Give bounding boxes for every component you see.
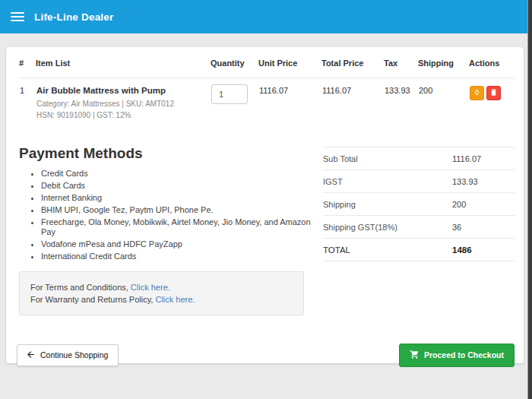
summary-row-shipping-gst: Shipping GST(18%) 36 [323,215,515,238]
list-item: Vodafone mPesa and HDFC PayZapp [41,239,323,249]
col-index: # [19,47,36,78]
quantity-input[interactable] [211,84,248,104]
list-item: Internet Banking [41,193,323,203]
terms-conditions-link[interactable]: Click here. [131,283,170,292]
list-item: International Credit Cards [41,252,323,261]
col-tax: Tax [384,47,418,78]
terms-box: For Terms and Conditions, Click here. Fo… [19,271,304,315]
order-summary: Sub Total 1116.07 IGST 133.93 Shipping 2… [323,147,515,264]
terms-line: For Terms and Conditions, Click here. [30,281,293,293]
row-index: 1 [19,78,36,122]
cart-table: # Item List Quantity Unit Price Total Pr… [19,47,515,122]
summary-row-subtotal: Sub Total 1116.07 [323,147,515,169]
list-item: Debit Cards [41,181,323,191]
col-total-price: Total Price [321,47,384,78]
app-header: Life-Line Dealer [0,0,532,33]
continue-shopping-button[interactable]: Continue Shopping [17,344,119,366]
total-price-value: 1116.07 [321,78,384,122]
app-title: Life-Line Dealer [34,11,113,23]
arrow-left-icon [26,350,36,361]
warranty-returns-link[interactable]: Click here. [155,295,195,304]
payment-methods-list: Credit Cards Debit Cards Internet Bankin… [19,169,323,261]
list-item: Freecharge, Ola Money, Mobikwik, Airtel … [41,217,323,237]
col-actions: Actions [469,47,515,78]
proceed-to-checkout-button[interactable]: Proceed to Checkout [399,344,515,367]
col-quantity: Quantity [211,47,258,78]
tax-value: 133.93 [384,78,418,122]
payment-methods-title: Payment Methods [19,145,323,162]
summary-row-total: TOTAL 1486 [323,238,515,261]
col-unit-price: Unit Price [258,47,321,78]
shipping-value: 200 [418,78,469,122]
item-hsn-gst: HSN: 90191090 | GST: 12% [36,109,210,121]
shopping-cart-icon [410,350,420,361]
summary-row-igst: IGST 133.93 [323,169,515,192]
window-edge [527,0,532,399]
col-item-list: Item List [36,47,211,78]
warranty-line: For Warranty and Returns Policy, Click h… [30,293,293,306]
unit-price-value: 1116.07 [258,78,321,122]
summary-row-shipping: Shipping 200 [323,192,515,215]
table-row: 1 Air Bubble Mattress with Pump Category… [19,78,515,122]
update-item-button[interactable] [470,86,484,100]
delete-item-button[interactable] [486,86,501,100]
item-category-sku: Category: Air Mattresses | SKU: AMT012 [36,98,210,109]
table-header-row: # Item List Quantity Unit Price Total Pr… [19,47,515,78]
payment-methods-section: Payment Methods Credit Cards Debit Cards… [19,145,323,264]
hamburger-menu-icon[interactable] [11,10,24,24]
item-name: Air Bubble Mattress with Pump [36,86,210,95]
col-shipping: Shipping [418,47,469,78]
trash-icon [489,87,498,99]
refresh-icon [473,87,481,99]
cart-card: # Item List Quantity Unit Price Total Pr… [6,47,524,363]
list-item: Credit Cards [41,169,323,179]
list-item: BHIM UPI, Google Tez, Paytm UPI, Phone P… [41,205,323,215]
